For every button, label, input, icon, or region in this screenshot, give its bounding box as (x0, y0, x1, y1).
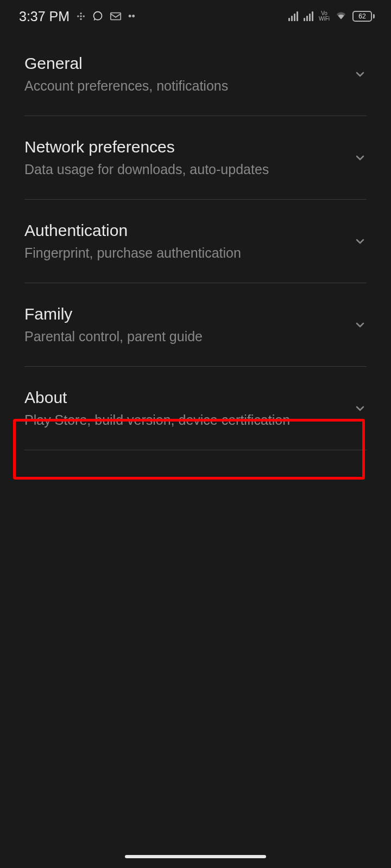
settings-item-subtitle: Account preferences, notifications (24, 78, 354, 94)
svg-rect-3 (80, 18, 82, 20)
settings-item-title: Network preferences (24, 138, 354, 156)
chevron-down-icon (354, 235, 367, 248)
chevron-down-icon (354, 318, 367, 331)
settings-item-text: Family Parental control, parent guide (24, 305, 354, 344)
settings-item-authentication[interactable]: Authentication Fingerprint, purchase aut… (24, 200, 367, 283)
signal-icon-1 (288, 11, 298, 21)
settings-item-text: Authentication Fingerprint, purchase aut… (24, 221, 354, 261)
battery-level: 62 (352, 11, 372, 22)
battery-icon: 62 (352, 11, 375, 22)
settings-list: General Account preferences, notificatio… (0, 33, 391, 450)
chevron-down-icon (354, 151, 367, 164)
settings-item-network[interactable]: Network preferences Data usage for downl… (24, 116, 367, 200)
vowifi-bottom: WiFi (319, 16, 330, 22)
settings-item-subtitle: Parental control, parent guide (24, 329, 354, 344)
gmail-icon (110, 11, 122, 21)
settings-item-subtitle: Play Store, build version, device certif… (24, 412, 354, 428)
status-bar-right: Vo WiFi 62 (288, 9, 375, 23)
settings-item-general[interactable]: General Account preferences, notificatio… (24, 33, 367, 116)
settings-item-title: About (24, 388, 354, 407)
whatsapp-icon (92, 11, 103, 22)
settings-item-family[interactable]: Family Parental control, parent guide (24, 283, 367, 367)
signal-icon-2 (304, 11, 313, 21)
settings-item-subtitle: Data usage for downloads, auto-updates (24, 162, 354, 177)
status-bar-left: 3:37 PM •• (19, 9, 135, 24)
chevron-down-icon (354, 402, 367, 415)
chevron-down-icon (354, 68, 367, 81)
svg-rect-4 (83, 16, 85, 17)
wifi-icon (335, 9, 347, 23)
slack-icon (76, 11, 86, 21)
settings-item-text: About Play Store, build version, device … (24, 388, 354, 428)
settings-item-about[interactable]: About Play Store, build version, device … (24, 367, 367, 450)
settings-item-title: Authentication (24, 221, 354, 240)
status-time: 3:37 PM (19, 9, 70, 24)
svg-rect-6 (111, 13, 121, 20)
status-bar: 3:37 PM •• (0, 0, 391, 33)
vowifi-icon: Vo WiFi (319, 11, 330, 22)
svg-rect-2 (80, 16, 82, 17)
settings-item-text: General Account preferences, notificatio… (24, 54, 354, 94)
svg-rect-1 (80, 12, 82, 14)
settings-item-title: General (24, 54, 354, 73)
more-notifications-icon: •• (128, 11, 135, 22)
settings-item-title: Family (24, 305, 354, 323)
home-indicator[interactable] (125, 855, 266, 858)
svg-rect-0 (77, 16, 79, 17)
settings-item-text: Network preferences Data usage for downl… (24, 138, 354, 177)
settings-item-subtitle: Fingerprint, purchase authentication (24, 245, 354, 261)
